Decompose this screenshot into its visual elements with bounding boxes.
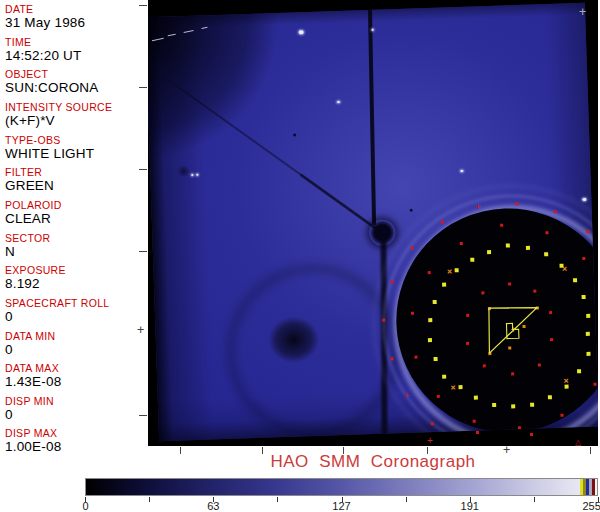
colorbar-tick-label: 127: [332, 500, 350, 512]
metadata-value: SUN:CORONA: [5, 80, 145, 95]
metadata-sidebar: DATE31 May 1986TIME14:52:20 UTOBJECTSUN:…: [0, 0, 146, 460]
metadata-label: TIME: [5, 36, 145, 48]
frame-tick-bottom: [590, 447, 591, 454]
metadata-field-polaroid: POLAROIDCLEAR: [5, 199, 145, 226]
metadata-label: DISP MIN: [5, 395, 145, 407]
metadata-value: WHITE LIGHT: [5, 146, 145, 161]
fiducial-extra-dot: [530, 433, 533, 436]
metadata-field-disp-max: DISP MAX1.00E-08: [5, 427, 145, 454]
frame-tick-bottom: [343, 447, 344, 454]
metadata-value: 1.43E-08: [5, 374, 145, 389]
intensity-colorbar: [85, 478, 598, 496]
metadata-label: OBJECT: [5, 68, 145, 80]
dark-speck: [410, 209, 413, 212]
colorbar-tick: [534, 497, 535, 502]
metadata-value: 14:52:20 UT: [5, 48, 145, 63]
frame-tick-left: [139, 169, 147, 170]
frame-tick-bottom: [180, 447, 181, 454]
coronagraph-viewer-window: DATE31 May 1986TIME14:52:20 UTOBJECTSUN:…: [0, 0, 600, 512]
metadata-field-spacecraft-roll: SPACECRAFT ROLL0: [5, 297, 145, 324]
metadata-label: INTENSITY SOURCE: [5, 101, 145, 113]
colorbar-tick-label: 255: [582, 500, 600, 512]
plot-title: HAO SMM Coronagraph: [148, 452, 598, 472]
coronagraph-image-area: ××××++++ +△: [148, 0, 598, 446]
coronagraph-photo: ××××++++: [148, 3, 598, 441]
frame-tick-left: [139, 5, 147, 6]
metadata-field-filter: FILTERGREEN: [5, 166, 145, 193]
frame-tick-bottom: [427, 447, 428, 454]
metadata-label: DATE: [5, 3, 145, 15]
colorbar-tick: [149, 497, 150, 502]
colorbar-tick-label: 0: [83, 500, 89, 512]
frame-tick-left: [139, 415, 147, 416]
metadata-value: 0: [5, 342, 145, 357]
colorbar-tick-label: 191: [461, 500, 479, 512]
metadata-value: GREEN: [5, 178, 145, 193]
metadata-value: 0: [5, 309, 145, 324]
metadata-label: DATA MAX: [5, 362, 145, 374]
metadata-value: CLEAR: [5, 211, 145, 226]
metadata-value: (K+F)*V: [5, 113, 145, 128]
frame-tick-bottom: [262, 447, 263, 454]
frame-plus-bottom: +: [503, 444, 510, 456]
metadata-label: DISP MAX: [5, 427, 145, 439]
metadata-field-exposure: EXPOSURE8.192: [5, 264, 145, 291]
metadata-label: POLAROID: [5, 199, 145, 211]
metadata-value: 0: [5, 407, 145, 422]
metadata-field-date: DATE31 May 1986: [5, 3, 145, 30]
metadata-value: N: [5, 244, 145, 259]
star-point: [196, 174, 198, 176]
metadata-field-type-obs: TYPE-OBSWHITE LIGHT: [5, 134, 145, 161]
metadata-field-object: OBJECTSUN:CORONA: [5, 68, 145, 95]
metadata-field-data-min: DATA MIN0: [5, 330, 145, 357]
metadata-value: 8.192: [5, 276, 145, 291]
frame-plus-left: +: [137, 324, 144, 336]
metadata-value: 31 May 1986: [5, 15, 145, 30]
frame-tick-left: [139, 251, 147, 252]
frame-plus-top-right: +: [579, 6, 586, 18]
fiducial-extra-dot: [476, 431, 479, 434]
colorbar-tick-label: 63: [207, 500, 219, 512]
metadata-field-sector: SECTORN: [5, 232, 145, 259]
metadata-field-disp-min: DISP MIN0: [5, 395, 145, 422]
frame-tick-left: [139, 87, 147, 88]
metadata-label: SPACECRAFT ROLL: [5, 297, 145, 309]
fiducial-extra-tri: △: [575, 438, 581, 447]
pointer-polygon-overlay: [148, 3, 598, 441]
metadata-value: 1.00E-08: [5, 439, 145, 454]
metadata-label: DATA MIN: [5, 330, 145, 342]
metadata-label: EXPOSURE: [5, 264, 145, 276]
colorbar-tick: [406, 497, 407, 502]
colorbar-tick: [277, 497, 278, 502]
metadata-field-time: TIME14:52:20 UT: [5, 36, 145, 63]
star-point: [372, 29, 374, 31]
metadata-field-intensity-source: INTENSITY SOURCE(K+F)*V: [5, 101, 145, 128]
fiducial-dot: [577, 432, 580, 435]
dark-speck: [293, 133, 296, 136]
metadata-field-data-max: DATA MAX1.43E-08: [5, 362, 145, 389]
metadata-label: FILTER: [5, 166, 145, 178]
fiducial-extra-plus: +: [427, 435, 433, 446]
star-point: [191, 174, 193, 176]
metadata-label: TYPE-OBS: [5, 134, 145, 146]
metadata-label: SECTOR: [5, 232, 145, 244]
